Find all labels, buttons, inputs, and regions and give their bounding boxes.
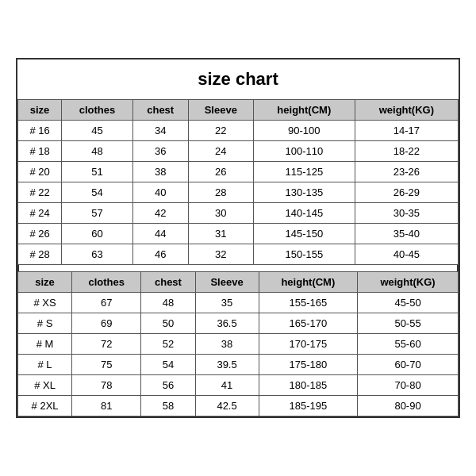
table-row: # 18483624100-11018-22 bbox=[18, 141, 459, 162]
header2-height: height(CM) bbox=[259, 272, 357, 293]
table-cell: 48 bbox=[141, 293, 195, 313]
table-row: # 28634632150-15540-45 bbox=[18, 244, 459, 265]
table-cell: 67 bbox=[72, 293, 141, 313]
table-cell: # 22 bbox=[18, 182, 62, 203]
table-cell: 38 bbox=[132, 162, 188, 182]
table-cell: # 20 bbox=[18, 162, 62, 182]
table-cell: 63 bbox=[62, 244, 133, 265]
table-cell: 24 bbox=[188, 141, 253, 162]
size-chart-container: size chart size clothes chest Sleeve hei… bbox=[16, 58, 460, 418]
table-cell: 40-45 bbox=[355, 244, 458, 265]
table-cell: 18-22 bbox=[355, 141, 458, 162]
size-table-1: size clothes chest Sleeve height(CM) wei… bbox=[17, 99, 459, 265]
table-cell: 28 bbox=[188, 182, 253, 203]
header2-sleeve: Sleeve bbox=[195, 272, 259, 293]
table-cell: 50 bbox=[141, 313, 195, 334]
table-cell: 54 bbox=[141, 355, 195, 375]
table-cell: 42 bbox=[132, 203, 188, 224]
table1-header-row: size clothes chest Sleeve height(CM) wei… bbox=[18, 100, 459, 121]
table-cell: 38 bbox=[195, 334, 259, 355]
table-cell: 175-180 bbox=[259, 355, 357, 375]
table-cell: 57 bbox=[62, 203, 133, 224]
table-cell: 51 bbox=[62, 162, 133, 182]
table-cell: 36 bbox=[132, 141, 188, 162]
table-cell: 45 bbox=[62, 121, 133, 141]
header-height: height(CM) bbox=[253, 100, 355, 121]
header2-clothes: clothes bbox=[72, 272, 141, 293]
table-cell: 60 bbox=[62, 224, 133, 244]
table-cell: 81 bbox=[72, 396, 141, 416]
size-table-2: size clothes chest Sleeve height(CM) wei… bbox=[17, 271, 459, 416]
table-cell: 23-26 bbox=[355, 162, 458, 182]
header2-weight: weight(KG) bbox=[358, 272, 459, 293]
table-cell: 130-135 bbox=[253, 182, 355, 203]
table-cell: 72 bbox=[72, 334, 141, 355]
table-cell: 30-35 bbox=[355, 203, 458, 224]
table-cell: 145-150 bbox=[253, 224, 355, 244]
table-cell: 48 bbox=[62, 141, 133, 162]
table-cell: 180-185 bbox=[259, 375, 357, 396]
table-cell: 44 bbox=[132, 224, 188, 244]
table-cell: 40 bbox=[132, 182, 188, 203]
table-cell: # L bbox=[18, 355, 72, 375]
table-row: # 22544028130-13526-29 bbox=[18, 182, 459, 203]
table-cell: 26-29 bbox=[355, 182, 458, 203]
table-cell: 30 bbox=[188, 203, 253, 224]
table-cell: 39.5 bbox=[195, 355, 259, 375]
table-cell: # 18 bbox=[18, 141, 62, 162]
table-cell: 60-70 bbox=[358, 355, 459, 375]
table-cell: 90-100 bbox=[253, 121, 355, 141]
table-cell: 150-155 bbox=[253, 244, 355, 265]
table-cell: 115-125 bbox=[253, 162, 355, 182]
table-cell: 55-60 bbox=[358, 334, 459, 355]
table-cell: 100-110 bbox=[253, 141, 355, 162]
table-cell: # 16 bbox=[18, 121, 62, 141]
table-cell: 31 bbox=[188, 224, 253, 244]
table-cell: # 28 bbox=[18, 244, 62, 265]
table-cell: 155-165 bbox=[259, 293, 357, 313]
header-clothes: clothes bbox=[62, 100, 133, 121]
table-cell: 22 bbox=[188, 121, 253, 141]
table-row: # S695036.5165-17050-55 bbox=[18, 313, 459, 334]
table-row: # L755439.5175-18060-70 bbox=[18, 355, 459, 375]
table-cell: 46 bbox=[132, 244, 188, 265]
table-cell: 35-40 bbox=[355, 224, 458, 244]
table-cell: 56 bbox=[141, 375, 195, 396]
table-row: # M725238170-17555-60 bbox=[18, 334, 459, 355]
table-cell: 42.5 bbox=[195, 396, 259, 416]
table-cell: 50-55 bbox=[358, 313, 459, 334]
table-cell: 170-175 bbox=[259, 334, 357, 355]
table-cell: # 2XL bbox=[18, 396, 72, 416]
table-cell: # XL bbox=[18, 375, 72, 396]
table-cell: 41 bbox=[195, 375, 259, 396]
table-row: # XL785641180-18570-80 bbox=[18, 375, 459, 396]
table-cell: 32 bbox=[188, 244, 253, 265]
header2-size: size bbox=[18, 272, 72, 293]
table-cell: # M bbox=[18, 334, 72, 355]
table-cell: 35 bbox=[195, 293, 259, 313]
table-cell: 26 bbox=[188, 162, 253, 182]
table-cell: 80-90 bbox=[358, 396, 459, 416]
table-cell: 78 bbox=[72, 375, 141, 396]
table-cell: 54 bbox=[62, 182, 133, 203]
table-row: # 1645342290-10014-17 bbox=[18, 121, 459, 141]
table-cell: # 26 bbox=[18, 224, 62, 244]
header2-chest: chest bbox=[141, 272, 195, 293]
table-cell: 36.5 bbox=[195, 313, 259, 334]
header-sleeve: Sleeve bbox=[188, 100, 253, 121]
table-cell: # 24 bbox=[18, 203, 62, 224]
table-row: # 24574230140-14530-35 bbox=[18, 203, 459, 224]
header-size: size bbox=[18, 100, 62, 121]
header-chest: chest bbox=[132, 100, 188, 121]
table-cell: 34 bbox=[132, 121, 188, 141]
table-cell: 165-170 bbox=[259, 313, 357, 334]
table-cell: 69 bbox=[72, 313, 141, 334]
chart-title: size chart bbox=[17, 60, 459, 99]
table-cell: 58 bbox=[141, 396, 195, 416]
table-cell: 185-195 bbox=[259, 396, 357, 416]
table2-header-row: size clothes chest Sleeve height(CM) wei… bbox=[18, 272, 459, 293]
table-row: # 2XL815842.5185-19580-90 bbox=[18, 396, 459, 416]
table-cell: # S bbox=[18, 313, 72, 334]
table-cell: 75 bbox=[72, 355, 141, 375]
table-cell: 70-80 bbox=[358, 375, 459, 396]
